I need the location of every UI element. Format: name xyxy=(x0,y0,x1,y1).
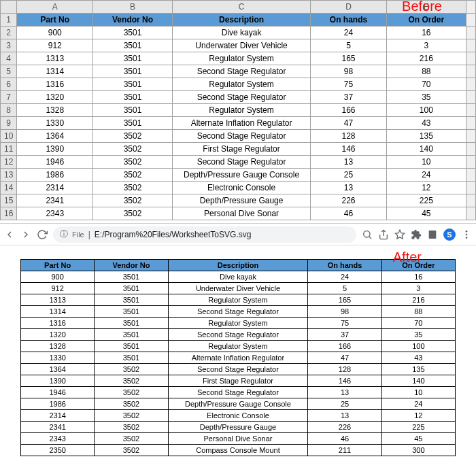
data-cell[interactable]: 1320 xyxy=(17,91,93,104)
data-cell[interactable]: 1316 xyxy=(17,78,93,91)
data-cell[interactable]: 2314 xyxy=(17,182,93,194)
data-cell[interactable]: 3502 xyxy=(93,143,173,156)
data-cell[interactable]: 70 xyxy=(386,78,466,91)
row-header[interactable]: 4 xyxy=(1,52,17,65)
forward-icon[interactable] xyxy=(20,229,31,240)
data-cell[interactable]: 45 xyxy=(386,207,466,220)
data-cell[interactable]: Depth/Pressure Gauge Console xyxy=(172,169,310,182)
data-cell[interactable]: 24 xyxy=(386,169,466,182)
scroll-area[interactable] xyxy=(466,130,475,143)
row-header[interactable]: 7 xyxy=(1,91,17,104)
data-cell[interactable]: 46 xyxy=(311,207,387,220)
scroll-area[interactable] xyxy=(466,143,475,156)
data-cell[interactable]: Regulator System xyxy=(172,52,310,65)
data-cell[interactable]: 43 xyxy=(386,117,466,130)
data-cell[interactable]: Second Stage Regulator xyxy=(172,130,310,143)
scroll-area[interactable] xyxy=(466,169,475,182)
scroll-area[interactable] xyxy=(466,52,475,65)
data-cell[interactable]: 16 xyxy=(386,27,466,39)
data-cell[interactable]: 216 xyxy=(386,52,466,65)
data-cell[interactable]: 2343 xyxy=(17,207,93,220)
data-cell[interactable]: 3501 xyxy=(93,104,173,117)
data-cell[interactable]: 3502 xyxy=(93,169,173,182)
data-cell[interactable]: 3501 xyxy=(93,117,173,130)
column-header[interactable]: B xyxy=(93,1,173,14)
data-cell[interactable]: 24 xyxy=(311,27,387,39)
data-cell[interactable]: Underwater Diver Vehicle xyxy=(172,39,310,52)
row-header[interactable]: 10 xyxy=(1,130,17,143)
data-cell[interactable]: 912 xyxy=(17,39,93,52)
data-cell[interactable]: 3502 xyxy=(93,182,173,194)
share-icon[interactable] xyxy=(378,229,389,240)
scroll-area[interactable] xyxy=(466,194,475,207)
data-cell[interactable]: 88 xyxy=(386,65,466,78)
data-cell[interactable]: 3501 xyxy=(93,91,173,104)
column-header[interactable]: C xyxy=(172,1,310,14)
data-cell[interactable]: 900 xyxy=(17,27,93,39)
data-cell[interactable]: 98 xyxy=(311,65,387,78)
data-cell[interactable]: Regulator System xyxy=(172,104,310,117)
data-cell[interactable]: 166 xyxy=(311,104,387,117)
scroll-area[interactable] xyxy=(466,117,475,130)
data-cell[interactable]: 1390 xyxy=(17,143,93,156)
data-cell[interactable]: 3501 xyxy=(93,78,173,91)
data-cell[interactable]: 1313 xyxy=(17,52,93,65)
profile-avatar[interactable]: S xyxy=(443,228,456,241)
data-cell[interactable]: 225 xyxy=(386,194,466,207)
data-cell[interactable]: 3501 xyxy=(93,52,173,65)
scroll-area[interactable] xyxy=(466,27,475,39)
data-cell[interactable]: Regulator System xyxy=(172,78,310,91)
data-cell[interactable]: Depth/Pressure Gauge xyxy=(172,194,310,207)
data-cell[interactable]: Electronic Console xyxy=(172,182,310,194)
row-header[interactable]: 5 xyxy=(1,65,17,78)
row-header[interactable]: 15 xyxy=(1,194,17,207)
data-cell[interactable]: 3501 xyxy=(93,27,173,39)
column-header[interactable]: D xyxy=(311,1,387,14)
reading-list-icon[interactable] xyxy=(427,229,438,240)
data-cell[interactable]: 2341 xyxy=(17,194,93,207)
data-cell[interactable]: 13 xyxy=(311,182,387,194)
data-cell[interactable]: 3501 xyxy=(93,65,173,78)
data-cell[interactable]: 140 xyxy=(386,143,466,156)
data-cell[interactable]: 75 xyxy=(311,78,387,91)
data-cell[interactable]: 3502 xyxy=(93,207,173,220)
menu-icon[interactable] xyxy=(461,229,472,240)
data-header-cell[interactable]: On Order xyxy=(386,14,466,27)
scroll-area[interactable] xyxy=(466,14,475,27)
data-cell[interactable]: 3502 xyxy=(93,156,173,169)
data-cell[interactable]: 3502 xyxy=(93,194,173,207)
row-header[interactable]: 9 xyxy=(1,117,17,130)
data-cell[interactable]: Second Stage Regulator xyxy=(172,156,310,169)
scroll-area[interactable] xyxy=(466,182,475,194)
data-cell[interactable]: 3502 xyxy=(93,130,173,143)
row-header[interactable]: 12 xyxy=(1,156,17,169)
data-cell[interactable]: 10 xyxy=(386,156,466,169)
data-cell[interactable]: 1364 xyxy=(17,130,93,143)
data-cell[interactable]: Personal Dive Sonar xyxy=(172,207,310,220)
data-header-cell[interactable]: Description xyxy=(172,14,310,27)
data-header-cell[interactable]: On hands xyxy=(311,14,387,27)
scroll-area[interactable] xyxy=(466,1,475,14)
data-cell[interactable]: Dive kayak xyxy=(172,27,310,39)
back-icon[interactable] xyxy=(4,229,15,240)
data-cell[interactable]: 1330 xyxy=(17,117,93,130)
data-cell[interactable]: 1314 xyxy=(17,65,93,78)
data-cell[interactable]: 1986 xyxy=(17,169,93,182)
select-all-cell[interactable] xyxy=(1,1,17,14)
row-header[interactable]: 2 xyxy=(1,27,17,39)
scroll-area[interactable] xyxy=(466,91,475,104)
row-header[interactable]: 14 xyxy=(1,182,17,194)
row-header[interactable]: 16 xyxy=(1,207,17,220)
row-header[interactable]: 8 xyxy=(1,104,17,117)
data-cell[interactable]: 35 xyxy=(386,91,466,104)
row-header[interactable]: 11 xyxy=(1,143,17,156)
scroll-area[interactable] xyxy=(466,78,475,91)
scroll-area[interactable] xyxy=(466,39,475,52)
row-header[interactable]: 3 xyxy=(1,39,17,52)
data-cell[interactable]: 5 xyxy=(311,39,387,52)
data-cell[interactable]: Second Stage Regulator xyxy=(172,65,310,78)
data-cell[interactable]: 47 xyxy=(311,117,387,130)
data-cell[interactable]: First Stage Regulator xyxy=(172,143,310,156)
data-header-cell[interactable]: Part No xyxy=(17,14,93,27)
data-cell[interactable]: 3501 xyxy=(93,39,173,52)
